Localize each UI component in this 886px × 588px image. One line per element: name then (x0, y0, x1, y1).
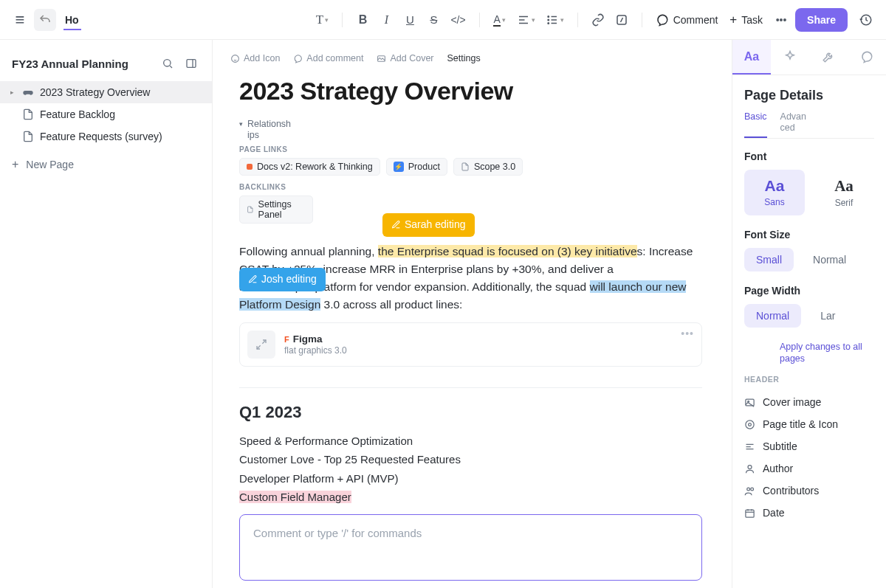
svg-point-24 (747, 488, 750, 491)
page-link-chip[interactable]: ⚡Product (386, 158, 447, 176)
text-color-dropdown[interactable]: A▾ (489, 9, 511, 31)
svg-point-23 (748, 465, 752, 468)
svg-point-4 (548, 19, 549, 21)
collapse-sidebar-icon[interactable] (182, 55, 200, 72)
detail-tab-basic[interactable]: Basic (744, 111, 767, 138)
code-button[interactable]: </> (446, 9, 470, 31)
apply-all-link[interactable]: Apply changes to all pages (780, 341, 874, 365)
sidebar-item-feature-requests[interactable]: Feature Requests (survey) (0, 125, 212, 148)
figma-embed[interactable]: FFigma flat graphics 3.0 ••• (239, 322, 702, 367)
divider (239, 387, 702, 388)
embed-subtitle: flat graphics 3.0 (284, 345, 347, 356)
width-large[interactable]: Lar (808, 304, 847, 328)
header-item-author[interactable]: Author (744, 457, 874, 480)
page-links-label: PAGE LINKS (239, 145, 702, 153)
svg-point-5 (548, 22, 549, 24)
sidebar: FY23 Annual Planning ▸ 2023 Strategy Ove… (0, 40, 213, 588)
main-content: Add Icon Add comment Add Cover Settings … (213, 40, 732, 588)
svg-line-10 (620, 18, 622, 22)
comment-button[interactable]: Comment (651, 9, 723, 31)
bold-button[interactable]: B (351, 9, 374, 31)
sidebar-item-strategy-overview[interactable]: ▸ 2023 Strategy Overview (0, 81, 212, 103)
header-item-contributors[interactable]: Contributors (744, 480, 874, 502)
header-item-title[interactable]: Page title & Icon (744, 413, 874, 435)
svg-rect-19 (746, 399, 754, 406)
width-normal[interactable]: Normal (744, 304, 801, 328)
sidebar-item-feature-backlog[interactable]: Feature Backlog (0, 103, 212, 125)
svg-point-15 (232, 55, 239, 62)
link-button[interactable] (587, 9, 609, 31)
undo-button[interactable] (34, 9, 56, 31)
top-toolbar: ≡ Ho T▾ B I U S </> A▾ ▾ ▾ (0, 0, 886, 40)
svg-line-17 (262, 340, 266, 344)
header-item-cover[interactable]: Cover image (744, 391, 874, 413)
panel-tab-tools[interactable] (809, 40, 848, 75)
panel-tab-comments[interactable] (848, 40, 886, 75)
page-settings-action[interactable]: Settings (447, 53, 481, 63)
backlinks-label: BACKLINKS (239, 183, 702, 191)
add-cover-action[interactable]: Add Cover (377, 53, 433, 63)
presence-badge-josh: Josh editing (239, 268, 326, 291)
embed-more-button[interactable]: ••• (681, 328, 694, 339)
new-page-button[interactable]: + New Page (0, 151, 212, 179)
header-item-date[interactable]: Date (744, 502, 874, 524)
svg-point-21 (746, 420, 754, 428)
body-line[interactable]: Speed & Performance Optimization (239, 432, 702, 449)
sidebar-item-label: Feature Requests (survey) (40, 131, 162, 142)
breadcrumb-home[interactable]: Ho (63, 10, 81, 30)
plus-icon: + (12, 158, 18, 171)
page-details-panel: Aa Page Details Basic Advanced Font AaSa… (732, 40, 886, 588)
panel-tab-ai[interactable] (771, 40, 809, 75)
header-section-label: HEADER (744, 375, 874, 384)
slash-command-button[interactable] (611, 9, 633, 31)
fontsize-section-label: Font Size (744, 229, 874, 241)
chevron-right-icon: ▸ (10, 89, 16, 96)
body-line[interactable]: Developer Platform + API (MVP) (239, 470, 702, 487)
add-icon-action[interactable]: Add Icon (230, 53, 280, 63)
page-title[interactable]: 2023 Strategy Overview (239, 77, 702, 106)
comment-input[interactable]: Comment or type '/' for commands (239, 514, 702, 581)
share-button[interactable]: Share (795, 8, 848, 32)
backlink-chip[interactable]: Settings Panel (239, 196, 313, 224)
sidebar-item-label: 2023 Strategy Overview (40, 86, 150, 98)
header-item-subtitle[interactable]: Subtitle (744, 435, 874, 457)
align-dropdown[interactable]: ▾ (512, 9, 540, 31)
list-dropdown[interactable]: ▾ (541, 9, 569, 31)
embed-title: FFigma (284, 333, 347, 345)
panel-tab-typography[interactable]: Aa (732, 40, 771, 75)
underline-button[interactable]: U (399, 9, 421, 31)
search-icon[interactable] (159, 55, 176, 72)
task-button[interactable]: + Task (725, 9, 767, 31)
body-line[interactable]: Customer Love - Top 25 Requested Feature… (239, 451, 702, 468)
fontsize-small[interactable]: Small (744, 248, 794, 271)
detail-tab-advanced[interactable]: Advanced (780, 111, 810, 138)
heading-q1[interactable]: Q1 2023 (239, 403, 702, 422)
font-option-sans[interactable]: AaSans (744, 170, 805, 215)
fontsize-normal[interactable]: Normal (801, 248, 858, 271)
font-option-serif[interactable]: AaSerif (814, 170, 874, 215)
body-line[interactable]: Custom Field Manager (239, 488, 702, 505)
width-section-label: Page Width (744, 285, 874, 297)
triangle-down-icon: ▾ (239, 120, 243, 128)
relationships-toggle[interactable]: ▾ Relationships (239, 119, 702, 141)
more-button[interactable]: ••• (770, 9, 792, 31)
page-link-chip[interactable]: Docs v2: Rework & Thinking (239, 158, 380, 176)
presence-badge-sarah: Sarah editing (382, 213, 475, 237)
page-link-chip[interactable]: Scope 3.0 (453, 158, 523, 176)
body-paragraph[interactable]: Sarah editing Josh editing Following ann… (239, 243, 702, 314)
font-section-label: Font (744, 151, 874, 162)
svg-point-11 (164, 60, 171, 66)
gamepad-icon (22, 86, 34, 98)
svg-point-25 (751, 488, 754, 491)
svg-line-12 (170, 66, 172, 68)
svg-point-3 (548, 15, 549, 17)
page-icon (22, 108, 34, 120)
italic-button[interactable]: I (375, 9, 397, 31)
add-comment-action[interactable]: Add comment (293, 53, 363, 63)
page-icon (22, 131, 34, 142)
history-button[interactable] (855, 9, 877, 31)
workspace-title: FY23 Annual Planning (12, 58, 153, 70)
text-style-dropdown[interactable]: T▾ (311, 9, 333, 31)
strike-button[interactable]: S (422, 9, 444, 31)
menu-toggle[interactable]: ≡ (9, 9, 31, 31)
